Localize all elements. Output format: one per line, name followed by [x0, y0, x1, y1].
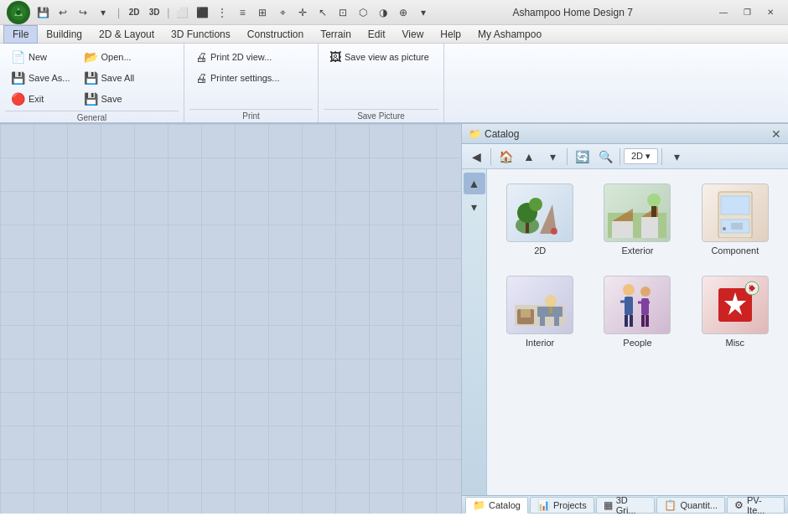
svg-rect-13	[651, 206, 656, 217]
open-button[interactable]: 📂 Open...	[78, 47, 141, 67]
quick-tool11[interactable]: ◑	[374, 3, 392, 22]
catalog-sidenav: ▲ ▾	[462, 169, 487, 495]
quick-tool6[interactable]: ⌖	[273, 3, 292, 22]
catalog-item-people[interactable]: People	[593, 270, 682, 354]
catalog-title: 📁 Catalog	[469, 128, 519, 140]
menu-building[interactable]: Building	[38, 25, 91, 44]
svg-rect-30	[625, 315, 628, 327]
print-2d-button[interactable]: 🖨 Print 2D view...	[189, 47, 286, 67]
save-view-button[interactable]: 🖼 Save view as picture	[324, 47, 435, 67]
tab-projects-label: Projects	[553, 500, 587, 510]
app-logo	[7, 1, 30, 24]
svg-point-4	[529, 198, 542, 211]
saveview-label: Save view as picture	[345, 52, 429, 62]
quick-tool9[interactable]: ⊡	[334, 3, 352, 22]
ribbon-group-print: 🖨 Print 2D view... 🖨 Printer settings...…	[184, 44, 319, 122]
cat-label-component: Component	[711, 245, 759, 256]
cat-label-interior: Interior	[526, 338, 554, 348]
quick-tool8[interactable]: ↖	[314, 3, 332, 22]
catalog-item-exterior[interactable]: Exterior	[593, 178, 682, 261]
new-button[interactable]: 📄 New	[5, 47, 76, 67]
menu-file[interactable]: File	[3, 25, 38, 44]
ribbon-group-general: 📄 New 💾 Save As... 🔴 Exit 📂 Open...	[0, 44, 184, 122]
quick-tool5[interactable]: ⊞	[253, 3, 272, 22]
menu-help[interactable]: Help	[432, 25, 469, 44]
save-icon: 💾	[84, 92, 98, 106]
canvas-area[interactable]	[0, 124, 461, 514]
cat-label-2d: 2D	[534, 245, 546, 256]
cat-sep-3	[620, 148, 620, 165]
catalog-body: ▲ ▾ 2D	[462, 169, 788, 495]
tab-catalog-label: Catalog	[489, 500, 521, 510]
cat-back-btn[interactable]: ◀	[465, 147, 487, 167]
quick-tool7[interactable]: ✛	[293, 3, 312, 22]
menu-2dlayout[interactable]: 2D & Layout	[91, 25, 163, 44]
tab-3dgrid[interactable]: ▦ 3D Gri...	[596, 497, 656, 514]
title-bar-left: 💾 ↩ ↪ ▾ | 2D 3D | ⬜ ⬛ ⋮ ≡ ⊞ ⌖ ✛ ↖ ⊡ ⬡ ◑ …	[7, 1, 433, 24]
menu-view[interactable]: View	[394, 25, 433, 44]
close-btn[interactable]: ✕	[759, 4, 781, 21]
quick-tool12[interactable]: ⊕	[394, 3, 412, 22]
minimize-btn[interactable]: —	[713, 4, 734, 21]
quick-tool2[interactable]: ⬛	[193, 3, 211, 22]
menu-terrain[interactable]: Terrain	[312, 25, 360, 44]
quick-tool13[interactable]: ▾	[414, 3, 433, 22]
quick-save-btn[interactable]: 💾	[34, 3, 52, 22]
cat-thumb-component	[702, 183, 769, 242]
menu-construction[interactable]: Construction	[239, 25, 312, 44]
quick-2d-btn[interactable]: 2D	[125, 3, 143, 22]
catalog-item-component[interactable]: Component	[691, 178, 780, 261]
cat-more-btn[interactable]: ▾	[666, 147, 687, 167]
sidenav-btn-2[interactable]: ▾	[464, 196, 485, 218]
saveas-label: Save As...	[29, 73, 70, 83]
catalog-item-misc[interactable]: ! Misc	[691, 270, 780, 354]
quick-undo-btn[interactable]: ↩	[54, 3, 72, 22]
tab-catalog[interactable]: 📁 Catalog	[465, 497, 528, 514]
quick-tool10[interactable]: ⬡	[354, 3, 372, 22]
new-icon: 📄	[11, 50, 25, 64]
cat-2d-label[interactable]: 2D ▾	[624, 148, 658, 164]
save-all-button[interactable]: 💾 Save All	[78, 68, 141, 88]
cat-nav1-btn[interactable]: ▲	[518, 147, 540, 167]
svg-text:!: !	[749, 284, 751, 293]
cat-sep-1	[490, 148, 491, 165]
ribbon-group-savepicture: 🖼 Save view as picture Save Picture	[319, 44, 444, 122]
quick-tool3[interactable]: ⋮	[213, 3, 231, 22]
svg-rect-21	[521, 309, 531, 318]
cat-search-btn[interactable]: 🔍	[594, 147, 616, 167]
quick-access-toolbar: 💾 ↩ ↪ ▾ | 2D 3D | ⬜ ⬛ ⋮ ≡ ⊞ ⌖ ✛ ↖ ⊡ ⬡ ◑ …	[34, 3, 433, 22]
cat-thumb-exterior	[604, 183, 671, 242]
menu-3dfunctions[interactable]: 3D Functions	[163, 25, 239, 44]
cat-refresh-btn[interactable]: 🔄	[571, 147, 593, 167]
cat-sep-2	[567, 148, 568, 165]
catalog-item-2d[interactable]: 2D	[495, 178, 584, 261]
catalog-close-button[interactable]: ✕	[771, 127, 781, 141]
menu-edit[interactable]: Edit	[360, 25, 394, 44]
quick-tool1[interactable]: ⬜	[173, 3, 191, 22]
saveall-label: Save All	[101, 73, 135, 83]
quick-tool4[interactable]: ≡	[233, 3, 251, 22]
save-as-button[interactable]: 💾 Save As...	[5, 68, 76, 88]
quick-3d-btn[interactable]: 3D	[145, 3, 163, 22]
cat-nav2-btn[interactable]: ▾	[542, 147, 563, 167]
svg-rect-31	[630, 315, 633, 327]
window-controls: — ❐ ✕	[713, 4, 781, 21]
catalog-bottom-tabs: 📁 Catalog 📊 Projects ▦ 3D Gri... 📋 Quant…	[462, 495, 788, 514]
quick-dropdown-btn[interactable]: ▾	[94, 3, 112, 22]
save-button[interactable]: 💾 Save	[78, 89, 141, 109]
catalog-item-interior[interactable]: Interior	[495, 270, 584, 354]
exit-icon: 🔴	[11, 92, 25, 106]
sidenav-btn-1[interactable]: ▲	[464, 173, 485, 194]
printer-settings-button[interactable]: 🖨 Printer settings...	[189, 68, 286, 88]
maximize-btn[interactable]: ❐	[736, 4, 758, 21]
menu-myashampoo[interactable]: My Ashampoo	[469, 25, 550, 44]
cat-thumb-2d	[506, 183, 573, 242]
tab-pvitems[interactable]: ⚙ PV-Ite...	[727, 497, 785, 514]
cat-home-btn[interactable]: 🏠	[495, 147, 516, 167]
menu-bar: File Building 2D & Layout 3D Functions C…	[0, 25, 788, 44]
exit-button[interactable]: 🔴 Exit	[5, 89, 76, 109]
tab-projects[interactable]: 📊 Projects	[530, 497, 594, 514]
tab-3dgrid-icon: ▦	[604, 499, 613, 511]
quick-redo-btn[interactable]: ↪	[74, 3, 92, 22]
tab-quantity[interactable]: 📋 Quantit...	[656, 497, 725, 514]
